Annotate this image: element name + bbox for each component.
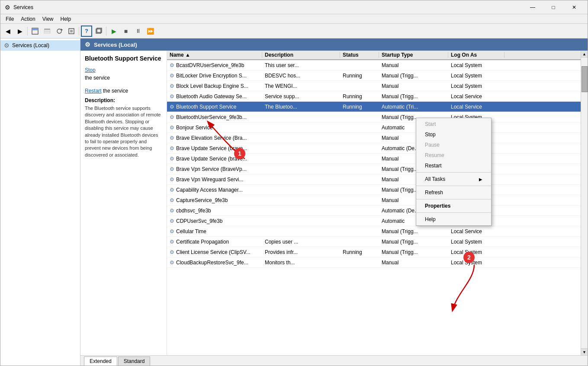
description-panel: Bluetooth Support Service Stop the servi… bbox=[80, 51, 167, 355]
list-button[interactable] bbox=[42, 26, 53, 37]
ctx-pause[interactable]: Pause bbox=[416, 140, 491, 150]
ctx-restart[interactable]: Restart bbox=[416, 161, 491, 171]
service-name-text: CDPUserSvc_9fe3b bbox=[176, 218, 222, 224]
restart-link[interactable]: Restart bbox=[85, 88, 102, 94]
table-row[interactable]: ⚙BitLocker Drive Encryption S...BDESVC h… bbox=[167, 71, 581, 81]
minimize-button[interactable]: — bbox=[523, 0, 543, 14]
service-name-text: Brave Update Service (brave... bbox=[176, 156, 247, 162]
table-row[interactable]: ⚙CloudBackupRestoreSvc_9fe...Monitors th… bbox=[167, 257, 581, 268]
forward-button[interactable]: ▶ bbox=[14, 26, 26, 37]
ctx-sep1 bbox=[416, 172, 491, 173]
right-pane: ⚙ Services (Local) Bluetooth Support Ser… bbox=[80, 39, 588, 366]
table-row[interactable]: ⚙Brave Vpn Wireguard Servi...ManualLocal… bbox=[167, 174, 581, 185]
service-name-text: Block Level Backup Engine S... bbox=[176, 83, 248, 89]
show-hide-button[interactable] bbox=[29, 26, 41, 37]
col-desc[interactable]: Description bbox=[262, 52, 340, 58]
pause-button[interactable]: ⏸ bbox=[132, 26, 144, 37]
service-name-text: CloudBackupRestoreSvc_9fe... bbox=[176, 260, 248, 266]
table-row[interactable]: ⚙Brave Update Service (brave...ManualLoc… bbox=[167, 154, 581, 164]
services-table-container: Name ▲ Description Status Startup Type L… bbox=[167, 51, 581, 355]
back-button[interactable]: ◀ bbox=[2, 26, 13, 37]
stop-link[interactable]: Stop bbox=[85, 67, 162, 73]
sidebar: ⚙ Services (Local) bbox=[0, 39, 80, 366]
table-row[interactable]: ⚙Certificate PropagationCopies user ...M… bbox=[167, 237, 581, 247]
gear-icon: ⚙ bbox=[170, 239, 174, 245]
gear-icon: ⚙ bbox=[170, 166, 174, 172]
gear-icon: ⚙ bbox=[170, 62, 174, 68]
service-desc-cell: The WENGI... bbox=[262, 83, 340, 89]
table-row[interactable]: ⚙BcastDVRUserService_9fe3bThis user ser.… bbox=[167, 60, 581, 71]
refresh-button[interactable] bbox=[54, 26, 65, 37]
new-window-button[interactable] bbox=[93, 26, 104, 37]
menu-view[interactable]: View bbox=[39, 15, 57, 23]
service-startup-cell: Manual bbox=[379, 83, 448, 89]
table-row[interactable]: ⚙Brave Elevation Service (Bra...ManualLo… bbox=[167, 133, 581, 143]
sidebar-item-services-local[interactable]: ⚙ Services (Local) bbox=[0, 40, 80, 51]
help-button[interactable]: ? bbox=[81, 26, 92, 37]
service-name-cell: ⚙Cellular Time bbox=[167, 228, 262, 234]
col-status[interactable]: Status bbox=[340, 52, 379, 58]
table-row[interactable]: ⚙Cellular TimeManual (Trigg...Local Serv… bbox=[167, 226, 581, 237]
stop-button[interactable]: ■ bbox=[120, 26, 132, 37]
table-row[interactable]: ⚙Block Level Backup Engine S...The WENGI… bbox=[167, 81, 581, 91]
window-controls: — □ ✕ bbox=[523, 0, 584, 14]
gear-icon: ⚙ bbox=[170, 197, 174, 203]
menu-action[interactable]: Action bbox=[17, 15, 39, 23]
service-name-text: Client License Service (ClipSV... bbox=[176, 249, 251, 255]
close-button[interactable]: ✕ bbox=[564, 0, 584, 14]
service-name-text: BitLocker Drive Encryption S... bbox=[176, 73, 247, 79]
table-row[interactable]: ⚙Bluetooth Audio Gateway Se...Service su… bbox=[167, 91, 581, 102]
export-button[interactable] bbox=[66, 26, 77, 37]
ctx-resume[interactable]: Resume bbox=[416, 150, 491, 161]
table-row[interactable]: ⚙Capability Access Manager...Manual (Tri… bbox=[167, 185, 581, 195]
play-button[interactable]: ▶ bbox=[108, 26, 119, 37]
resume-button[interactable]: ⏩ bbox=[145, 26, 156, 37]
description-label: Description: bbox=[85, 97, 162, 103]
ctx-help[interactable]: Help bbox=[416, 214, 491, 225]
table-row[interactable]: ⚙cbdhsvc_9fe3bAutomatic (De...Local Syst… bbox=[167, 205, 581, 216]
col-startup[interactable]: Startup Type bbox=[379, 52, 448, 58]
service-logon-cell: Local Service bbox=[448, 104, 504, 110]
bottom-tabs: Extended Standard bbox=[80, 355, 588, 366]
service-startup-cell: Manual bbox=[379, 62, 448, 68]
service-name-cell: ⚙CDPUserSvc_9fe3b bbox=[167, 218, 262, 224]
svg-rect-3 bbox=[44, 30, 50, 32]
table-row[interactable]: ⚙Client License Service (ClipSV...Provid… bbox=[167, 247, 581, 257]
menu-file[interactable]: File bbox=[2, 15, 17, 23]
service-status-cell: Running bbox=[340, 93, 379, 100]
gear-icon: ⚙ bbox=[170, 218, 174, 224]
ctx-start[interactable]: Start bbox=[416, 119, 491, 129]
maximize-button[interactable]: □ bbox=[543, 0, 563, 14]
service-name-text: Certificate Propagation bbox=[176, 239, 229, 245]
table-row[interactable]: ⚙Bonjour ServiceAutomaticLocal System bbox=[167, 122, 581, 133]
gear-icon: ⚙ bbox=[170, 83, 174, 89]
scrollbar[interactable]: ▲ ▼ bbox=[581, 51, 588, 355]
ctx-stop[interactable]: Stop bbox=[416, 129, 491, 140]
service-name-text: CaptureService_9fe3b bbox=[176, 197, 228, 203]
ctx-properties[interactable]: Properties bbox=[416, 201, 491, 211]
scrollbar-thumb[interactable] bbox=[582, 66, 588, 92]
table-row[interactable]: ⚙CaptureService_9fe3bManualLocal System bbox=[167, 195, 581, 205]
table-row[interactable]: ⚙Brave Vpn Service (BraveVp...Manual (Tr… bbox=[167, 164, 581, 174]
ctx-refresh[interactable]: Refresh bbox=[416, 187, 491, 198]
tab-extended[interactable]: Extended bbox=[84, 356, 117, 366]
tab-standard[interactable]: Standard bbox=[118, 356, 151, 366]
table-row[interactable]: ⚙BluetoothUserService_9fe3b...Manual (Tr… bbox=[167, 112, 581, 122]
pane-header-title: Services (Local) bbox=[94, 42, 137, 48]
gear-icon: ⚙ bbox=[170, 260, 174, 266]
col-logon[interactable]: Log On As bbox=[448, 52, 504, 58]
service-startup-cell: Manual (Trigg... bbox=[379, 93, 448, 100]
action-links: Stop the service bbox=[85, 67, 162, 81]
gear-icon: ⚙ bbox=[170, 135, 174, 141]
service-name-text: Brave Vpn Wireguard Servi... bbox=[176, 177, 243, 183]
service-name-text: Bluetooth Audio Gateway Se... bbox=[176, 93, 247, 100]
table-row[interactable]: ⚙Bluetooth Support ServiceThe Bluetoo...… bbox=[167, 102, 581, 112]
menu-help[interactable]: Help bbox=[57, 15, 75, 23]
col-name[interactable]: Name ▲ bbox=[167, 52, 262, 58]
table-row[interactable]: ⚙CDPUserSvc_9fe3bAutomaticLocal System bbox=[167, 216, 581, 226]
service-startup-cell: Manual (Trigg... bbox=[379, 239, 448, 245]
restart-label: the service bbox=[103, 88, 128, 94]
table-row[interactable]: ⚙Brave Update Service (brave...Automatic… bbox=[167, 143, 581, 154]
services-window: ⚙ Services — □ ✕ File Action View Help ◀… bbox=[0, 0, 588, 366]
ctx-all-tasks[interactable]: All Tasks ▶ bbox=[416, 174, 491, 184]
